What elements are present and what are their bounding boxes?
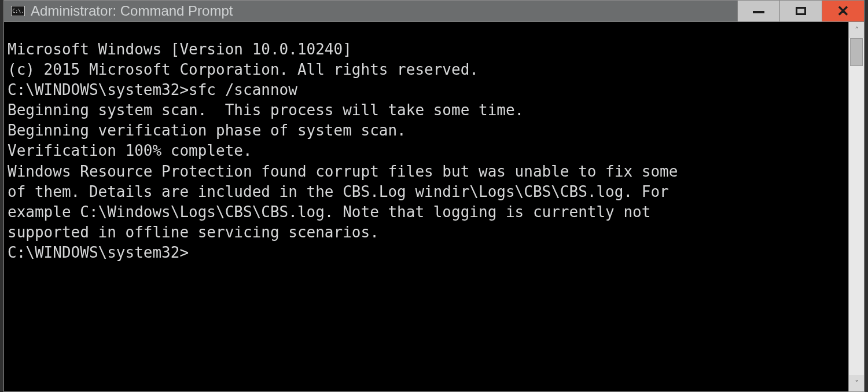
minimize-button[interactable] xyxy=(737,1,779,21)
console-line: C:\WINDOWS\system32> xyxy=(8,243,845,263)
console-line: (c) 2015 Microsoft Corporation. All righ… xyxy=(8,60,845,80)
command-prompt-window: C:\. Administrator: Command Prompt ✕ Mic… xyxy=(3,0,865,392)
console-line: supported in offline servicing scenarios… xyxy=(8,222,845,243)
window-controls: ✕ xyxy=(737,1,864,21)
close-button[interactable]: ✕ xyxy=(822,1,864,21)
console-line: Microsoft Windows [Version 10.0.10240] xyxy=(8,39,845,60)
scroll-up-button[interactable]: ˄ xyxy=(849,22,864,38)
window-title: Administrator: Command Prompt xyxy=(31,3,233,19)
maximize-icon xyxy=(796,7,806,15)
close-icon: ✕ xyxy=(837,2,849,20)
cmd-icon: C:\. xyxy=(11,6,25,16)
console-line: Beginning system scan. This process will… xyxy=(8,100,845,120)
maximize-button[interactable] xyxy=(779,1,822,21)
chevron-up-icon: ˄ xyxy=(855,25,859,35)
client-area: Microsoft Windows [Version 10.0.10240](c… xyxy=(4,22,864,391)
console-line: Windows Resource Protection found corrup… xyxy=(8,162,845,182)
scroll-track[interactable] xyxy=(849,38,864,375)
minimize-icon xyxy=(753,11,764,13)
chevron-down-icon: ˅ xyxy=(855,379,859,388)
console-line: Beginning verification phase of system s… xyxy=(8,120,845,141)
console-line: example C:\Windows\Logs\CBS\CBS.log. Not… xyxy=(8,202,845,222)
titlebar[interactable]: C:\. Administrator: Command Prompt ✕ xyxy=(4,1,864,22)
console-line: Verification 100% complete. xyxy=(8,141,845,161)
vertical-scrollbar[interactable]: ˄ ˅ xyxy=(848,22,864,391)
console-line: C:\WINDOWS\system32>sfc /scannow xyxy=(8,80,845,100)
console-line: of them. Details are included in the CBS… xyxy=(8,182,845,202)
console-output[interactable]: Microsoft Windows [Version 10.0.10240](c… xyxy=(4,37,848,376)
scroll-thumb[interactable] xyxy=(850,38,863,66)
scroll-down-button[interactable]: ˅ xyxy=(849,375,864,391)
cmd-icon-glyph: C:\. xyxy=(12,9,24,14)
